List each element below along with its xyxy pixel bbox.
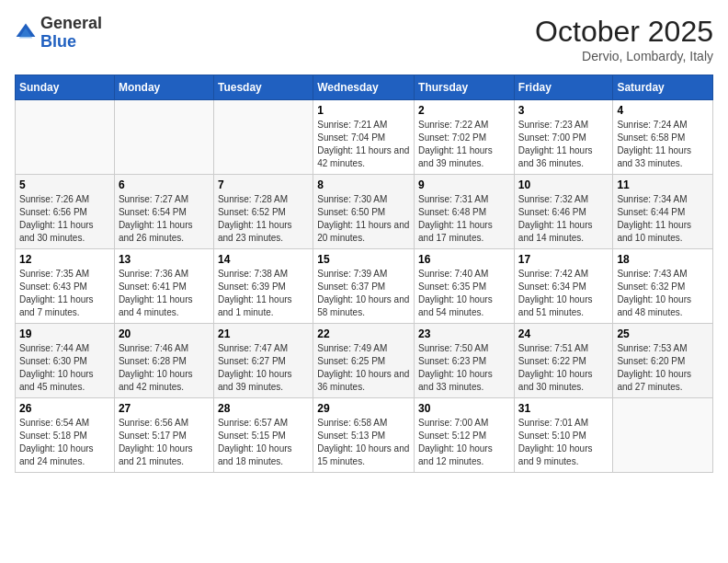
header-wednesday: Wednesday — [313, 75, 415, 100]
day-detail: Sunrise: 7:00 AMSunset: 5:12 PMDaylight:… — [418, 417, 510, 468]
day-number: 29 — [317, 402, 410, 415]
logo: General Blue — [15, 15, 102, 52]
day-detail: Sunrise: 7:32 AMSunset: 6:46 PMDaylight:… — [518, 193, 609, 245]
calendar-cell: 4Sunrise: 7:24 AMSunset: 6:58 PMDaylight… — [613, 100, 713, 175]
calendar-cell: 22Sunrise: 7:49 AMSunset: 6:25 PMDayligh… — [313, 324, 415, 398]
calendar-cell: 13Sunrise: 7:36 AMSunset: 6:41 PMDayligh… — [114, 249, 213, 324]
calendar-cell: 10Sunrise: 7:32 AMSunset: 6:46 PMDayligh… — [514, 175, 613, 249]
day-detail: Sunrise: 7:34 AMSunset: 6:44 PMDaylight:… — [617, 193, 709, 245]
title-area: October 2025 Dervio, Lombardy, Italy — [535, 15, 713, 63]
calendar-cell: 23Sunrise: 7:50 AMSunset: 6:23 PMDayligh… — [415, 324, 515, 398]
day-number: 2 — [418, 104, 510, 117]
day-detail: Sunrise: 7:36 AMSunset: 6:41 PMDaylight:… — [119, 268, 210, 319]
calendar-cell: 5Sunrise: 7:26 AMSunset: 6:56 PMDaylight… — [16, 175, 115, 249]
calendar-cell: 17Sunrise: 7:42 AMSunset: 6:34 PMDayligh… — [514, 249, 613, 324]
day-detail: Sunrise: 7:43 AMSunset: 6:32 PMDaylight:… — [617, 268, 709, 319]
calendar-title: October 2025 — [535, 15, 713, 49]
calendar-cell: 31Sunrise: 7:01 AMSunset: 5:10 PMDayligh… — [514, 398, 613, 473]
calendar-week-4: 19Sunrise: 7:44 AMSunset: 6:30 PMDayligh… — [16, 324, 713, 398]
header-saturday: Saturday — [613, 75, 713, 100]
day-detail: Sunrise: 7:50 AMSunset: 6:23 PMDaylight:… — [418, 342, 510, 394]
header-friday: Friday — [514, 75, 613, 100]
day-number: 24 — [518, 327, 609, 340]
calendar-cell: 6Sunrise: 7:27 AMSunset: 6:54 PMDaylight… — [114, 175, 213, 249]
day-number: 14 — [218, 253, 309, 266]
day-detail: Sunrise: 7:49 AMSunset: 6:25 PMDaylight:… — [317, 342, 410, 394]
calendar-cell: 27Sunrise: 6:56 AMSunset: 5:17 PMDayligh… — [114, 398, 213, 473]
calendar-cell — [114, 100, 213, 175]
day-number: 25 — [617, 327, 709, 340]
calendar-cell — [613, 398, 713, 473]
logo-blue-text: Blue — [40, 33, 102, 52]
day-number: 13 — [119, 253, 210, 266]
header-monday: Monday — [114, 75, 213, 100]
logo-general-text: General — [40, 15, 102, 33]
day-detail: Sunrise: 7:44 AMSunset: 6:30 PMDaylight:… — [19, 342, 110, 394]
day-detail: Sunrise: 7:23 AMSunset: 7:00 PMDaylight:… — [518, 119, 609, 170]
logo-icon — [15, 22, 37, 44]
day-detail: Sunrise: 7:53 AMSunset: 6:20 PMDaylight:… — [617, 342, 709, 394]
calendar-cell: 3Sunrise: 7:23 AMSunset: 7:00 PMDaylight… — [514, 100, 613, 175]
day-detail: Sunrise: 7:21 AMSunset: 7:04 PMDaylight:… — [317, 119, 410, 170]
calendar-cell: 18Sunrise: 7:43 AMSunset: 6:32 PMDayligh… — [613, 249, 713, 324]
calendar-cell: 28Sunrise: 6:57 AMSunset: 5:15 PMDayligh… — [213, 398, 313, 473]
day-number: 8 — [317, 178, 410, 191]
header-thursday: Thursday — [415, 75, 515, 100]
day-detail: Sunrise: 7:42 AMSunset: 6:34 PMDaylight:… — [518, 268, 609, 319]
calendar-cell — [213, 100, 313, 175]
calendar-week-3: 12Sunrise: 7:35 AMSunset: 6:43 PMDayligh… — [16, 249, 713, 324]
calendar-cell: 16Sunrise: 7:40 AMSunset: 6:35 PMDayligh… — [415, 249, 515, 324]
calendar-week-1: 1Sunrise: 7:21 AMSunset: 7:04 PMDaylight… — [16, 100, 713, 175]
day-number: 19 — [19, 327, 110, 340]
calendar-cell: 12Sunrise: 7:35 AMSunset: 6:43 PMDayligh… — [16, 249, 115, 324]
day-number: 6 — [119, 178, 210, 191]
day-number: 21 — [218, 327, 309, 340]
day-number: 31 — [518, 402, 609, 415]
calendar-header: Sunday Monday Tuesday Wednesday Thursday… — [16, 75, 713, 100]
day-detail: Sunrise: 7:24 AMSunset: 6:58 PMDaylight:… — [617, 119, 709, 170]
day-number: 30 — [418, 402, 510, 415]
day-detail: Sunrise: 7:51 AMSunset: 6:22 PMDaylight:… — [518, 342, 609, 394]
day-number: 7 — [218, 178, 309, 191]
day-detail: Sunrise: 7:35 AMSunset: 6:43 PMDaylight:… — [19, 268, 110, 319]
day-detail: Sunrise: 7:47 AMSunset: 6:27 PMDaylight:… — [218, 342, 309, 394]
calendar-cell: 2Sunrise: 7:22 AMSunset: 7:02 PMDaylight… — [415, 100, 515, 175]
day-number: 20 — [119, 327, 210, 340]
day-detail: Sunrise: 6:54 AMSunset: 5:18 PMDaylight:… — [19, 417, 110, 468]
day-detail: Sunrise: 7:39 AMSunset: 6:37 PMDaylight:… — [317, 268, 410, 319]
day-number: 27 — [119, 402, 210, 415]
day-number: 18 — [617, 253, 709, 266]
day-number: 28 — [218, 402, 309, 415]
day-number: 12 — [19, 253, 110, 266]
day-number: 10 — [518, 178, 609, 191]
calendar-table: Sunday Monday Tuesday Wednesday Thursday… — [15, 75, 713, 473]
calendar-cell — [16, 100, 115, 175]
calendar-cell: 30Sunrise: 7:00 AMSunset: 5:12 PMDayligh… — [415, 398, 515, 473]
day-detail: Sunrise: 6:58 AMSunset: 5:13 PMDaylight:… — [317, 417, 410, 468]
calendar-cell: 19Sunrise: 7:44 AMSunset: 6:30 PMDayligh… — [16, 324, 115, 398]
calendar-cell: 29Sunrise: 6:58 AMSunset: 5:13 PMDayligh… — [313, 398, 415, 473]
day-detail: Sunrise: 7:26 AMSunset: 6:56 PMDaylight:… — [19, 193, 110, 245]
calendar-cell: 1Sunrise: 7:21 AMSunset: 7:04 PMDaylight… — [313, 100, 415, 175]
day-number: 11 — [617, 178, 709, 191]
calendar-cell: 21Sunrise: 7:47 AMSunset: 6:27 PMDayligh… — [213, 324, 313, 398]
day-detail: Sunrise: 7:01 AMSunset: 5:10 PMDaylight:… — [518, 417, 609, 468]
page-header: General Blue October 2025 Dervio, Lombar… — [15, 15, 713, 63]
header-sunday: Sunday — [16, 75, 115, 100]
day-detail: Sunrise: 6:57 AMSunset: 5:15 PMDaylight:… — [218, 417, 309, 468]
calendar-week-5: 26Sunrise: 6:54 AMSunset: 5:18 PMDayligh… — [16, 398, 713, 473]
day-number: 4 — [617, 104, 709, 117]
day-number: 5 — [19, 178, 110, 191]
day-number: 22 — [317, 327, 410, 340]
day-number: 9 — [418, 178, 510, 191]
calendar-body: 1Sunrise: 7:21 AMSunset: 7:04 PMDaylight… — [16, 100, 713, 473]
calendar-week-2: 5Sunrise: 7:26 AMSunset: 6:56 PMDaylight… — [16, 175, 713, 249]
day-number: 17 — [518, 253, 609, 266]
day-number: 16 — [418, 253, 510, 266]
day-detail: Sunrise: 7:40 AMSunset: 6:35 PMDaylight:… — [418, 268, 510, 319]
calendar-cell: 11Sunrise: 7:34 AMSunset: 6:44 PMDayligh… — [613, 175, 713, 249]
day-detail: Sunrise: 6:56 AMSunset: 5:17 PMDaylight:… — [119, 417, 210, 468]
header-tuesday: Tuesday — [213, 75, 313, 100]
calendar-cell: 26Sunrise: 6:54 AMSunset: 5:18 PMDayligh… — [16, 398, 115, 473]
day-detail: Sunrise: 7:38 AMSunset: 6:39 PMDaylight:… — [218, 268, 309, 319]
